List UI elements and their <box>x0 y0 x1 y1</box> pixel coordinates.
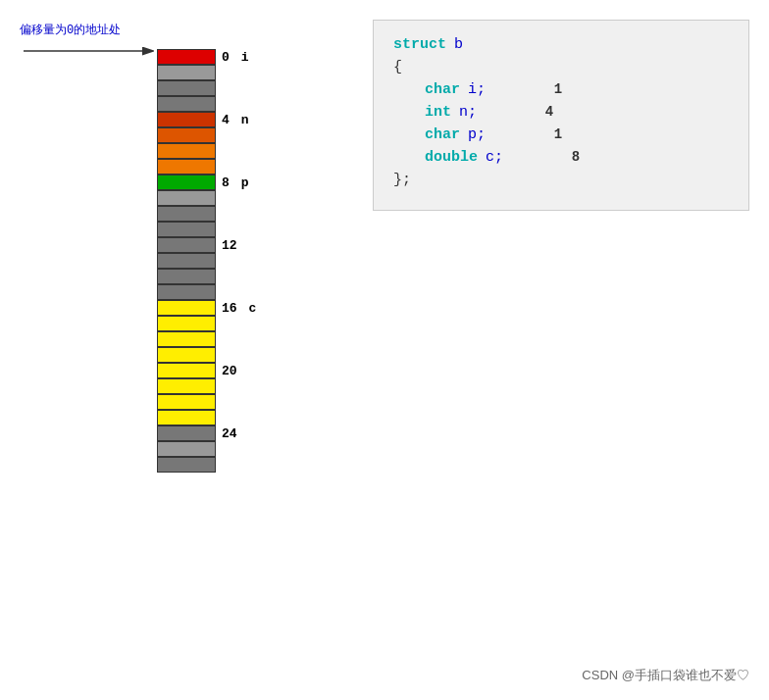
csdn-footer: CSDN @手插口袋谁也不爱♡ <box>582 667 749 684</box>
memory-cell <box>157 284 216 300</box>
keyword-struct: struct <box>393 36 446 53</box>
memory-cell <box>157 127 216 143</box>
field-name: i; <box>468 81 486 98</box>
memory-cell <box>157 378 216 394</box>
memory-row <box>157 284 256 300</box>
memory-row <box>157 143 256 159</box>
memory-row <box>157 347 256 363</box>
offset-label: 8 <box>222 175 230 190</box>
code-field-line: double c;8 <box>393 149 729 166</box>
memory-cell <box>157 441 216 457</box>
memory-cell <box>157 80 216 96</box>
memory-row <box>157 65 256 80</box>
memory-row: 24 <box>157 425 256 441</box>
field-label: p <box>241 175 249 190</box>
memory-row: 16c <box>157 300 256 316</box>
field-name: p; <box>468 126 486 143</box>
offset-label: 24 <box>222 426 237 441</box>
memory-block: 0i4n8p1216c2024 <box>157 49 256 473</box>
memory-row <box>157 206 256 222</box>
code-panel: struct b { char i;1int n;4char p;1double… <box>373 20 749 211</box>
field-label: i <box>241 50 249 65</box>
field-size: 1 <box>533 81 562 97</box>
field-size: 1 <box>533 126 562 142</box>
memory-row: 0i <box>157 49 256 65</box>
field-label: n <box>241 113 249 127</box>
memory-cell <box>157 316 216 331</box>
memory-cell <box>157 425 216 441</box>
memory-row <box>157 331 256 347</box>
field-type: double <box>425 149 478 166</box>
field-label: c <box>249 301 257 316</box>
code-field-line: char i;1 <box>393 81 729 98</box>
memory-cell <box>157 347 216 363</box>
memory-cell <box>157 112 216 127</box>
memory-row <box>157 127 256 143</box>
memory-row <box>157 80 256 96</box>
memory-cell <box>157 394 216 410</box>
memory-row <box>157 394 256 410</box>
code-close-brace: }; <box>393 172 729 188</box>
memory-cell <box>157 143 216 159</box>
field-size: 4 <box>524 104 553 120</box>
code-open-brace: { <box>393 59 729 75</box>
memory-cell <box>157 65 216 80</box>
memory-row <box>157 222 256 237</box>
field-type: int <box>425 104 451 121</box>
memory-row: 8p <box>157 175 256 190</box>
offset-label: 20 <box>222 364 237 378</box>
field-type: char <box>425 81 460 98</box>
memory-row <box>157 410 256 425</box>
memory-cell <box>157 269 216 284</box>
offset-label: 0 <box>222 50 230 65</box>
memory-row <box>157 378 256 394</box>
memory-cell <box>157 300 216 316</box>
field-size: 8 <box>550 149 580 165</box>
memory-row <box>157 316 256 331</box>
memory-cell <box>157 222 216 237</box>
code-fields: char i;1int n;4char p;1double c;8 <box>393 81 729 166</box>
memory-row <box>157 457 256 473</box>
field-name: n; <box>459 104 477 121</box>
memory-row <box>157 269 256 284</box>
memory-cell <box>157 190 216 206</box>
memory-cell <box>157 253 216 269</box>
memory-cell <box>157 159 216 175</box>
memory-cell <box>157 206 216 222</box>
memory-row <box>157 253 256 269</box>
memory-cell <box>157 49 216 65</box>
memory-cell <box>157 363 216 378</box>
memory-row: 12 <box>157 237 256 253</box>
offset-label: 4 <box>222 113 230 127</box>
memory-cell <box>157 237 216 253</box>
annotation-arrow <box>24 41 171 61</box>
memory-cell <box>157 96 216 112</box>
memory-row: 4n <box>157 112 256 127</box>
memory-cell <box>157 331 216 347</box>
memory-row <box>157 190 256 206</box>
memory-section: 偏移量为0的地址处 0i4n8p1216c2024 <box>20 20 333 680</box>
main-container: 偏移量为0的地址处 0i4n8p1216c2024 struct b { <box>0 0 769 700</box>
memory-cell <box>157 175 216 190</box>
memory-row <box>157 159 256 175</box>
annotation-label: 偏移量为0的地址处 <box>20 22 121 38</box>
struct-name: b <box>454 36 463 53</box>
code-section: struct b { char i;1int n;4char p;1double… <box>373 20 749 680</box>
offset-label: 16 <box>222 301 237 316</box>
memory-cell <box>157 457 216 473</box>
code-field-line: int n;4 <box>393 104 729 121</box>
field-name: c; <box>486 149 503 166</box>
memory-row: 20 <box>157 363 256 378</box>
memory-row <box>157 96 256 112</box>
code-struct-line: struct b <box>393 36 729 53</box>
offset-label: 12 <box>222 238 237 253</box>
memory-cell <box>157 410 216 425</box>
memory-row <box>157 441 256 457</box>
code-field-line: char p;1 <box>393 126 729 143</box>
field-type: char <box>425 126 460 143</box>
